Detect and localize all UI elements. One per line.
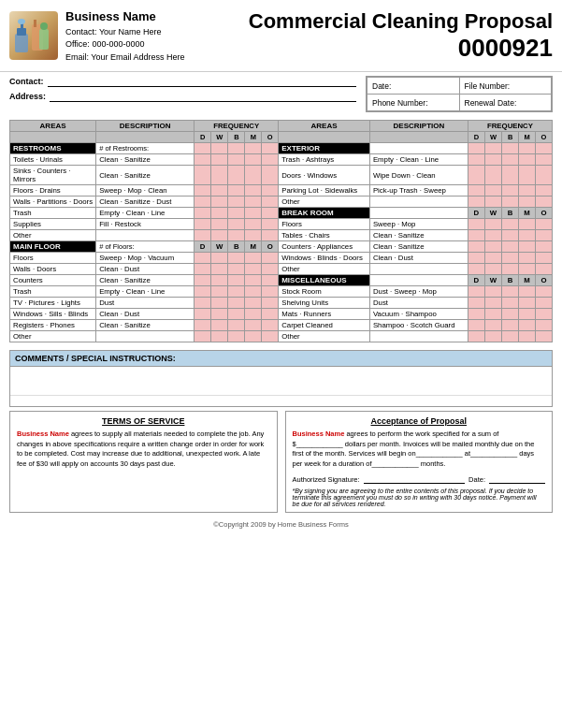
left-desc-spacer [96, 132, 195, 143]
row-right-desc: Dust [369, 298, 468, 309]
freq-w-left: W [211, 132, 228, 143]
footer-text: ©Copyright 2009 by Home Business Forms [213, 520, 348, 529]
row-left-area: Windows · Sills · Blinds [10, 309, 96, 320]
freq-b-right: B [502, 132, 519, 143]
e-d [468, 143, 484, 154]
row-left-area: Toilets · Urinals [10, 154, 96, 166]
row-left-area: Supplies [10, 219, 96, 230]
r-b [228, 143, 245, 154]
areas-header-left: AREAS [10, 121, 96, 132]
row-left-desc [96, 331, 195, 342]
address-label: Address: [9, 92, 46, 101]
e-o [536, 143, 553, 154]
comments-section: COMMENTS / SPECIAL INSTRUCTIONS: [9, 350, 553, 407]
terms-title: TERMS OF SERVICE [17, 416, 270, 426]
row-left-desc: Clean · Sanitize [96, 154, 195, 166]
svg-rect-5 [34, 20, 36, 27]
row-right-desc: Clean · Sanitize [369, 241, 468, 253]
acceptance-body2: dollars per month. Invoices will be mail… [293, 440, 535, 459]
proposal-title-area: Commercial Cleaning Proposal 0000921 [249, 9, 553, 63]
address-field-row: Address: [9, 91, 356, 102]
contact-info: Contact: Your Name Here [65, 26, 185, 39]
e-w [484, 143, 501, 154]
row-left-area: Walls · Doors [10, 264, 96, 275]
row-right-desc: Vacuum · Shampoo [369, 309, 468, 320]
freq-m-left: M [245, 132, 262, 143]
row-left-desc: Clean · Sanitize · Dust [96, 197, 195, 208]
row-left-desc: Sweep · Mop · Clean [96, 185, 195, 197]
description-header-right: DESCRIPTION [369, 121, 468, 132]
row-left-desc [96, 230, 195, 241]
acceptance-title: Acceptance of Proposal [293, 416, 546, 426]
row-left-desc: Clean · Dust [96, 309, 195, 320]
freq-d-right: D [468, 132, 484, 143]
office-label: Office: [65, 39, 90, 49]
footer: ©Copyright 2009 by Home Business Forms [0, 517, 562, 531]
row-right-area: Windows · Blinds · Doors [279, 253, 370, 264]
row-left-area: Registers · Phones [10, 320, 96, 331]
freq-o-left: O [262, 132, 279, 143]
description-header-left: DESCRIPTION [96, 121, 195, 132]
row-right-area: Floors [279, 219, 370, 230]
freq-o-right: O [536, 132, 553, 143]
row-right-area: Parking Lot · Sidewalks [279, 185, 370, 197]
exterior-sub [369, 143, 468, 154]
contact-value: Your Name Here [99, 27, 162, 36]
authorized-label: Authorized Signature: [293, 475, 360, 484]
comments-header: COMMENTS / SPECIAL INSTRUCTIONS: [10, 351, 552, 367]
office-value: 000-000-0000 [92, 39, 144, 49]
contact-right-fields: Date: File Number: Phone Number: Renewal… [366, 76, 553, 112]
phone-label: Phone Number: [367, 95, 460, 111]
row-left-area: Floors · Drains [10, 185, 96, 197]
row-left-desc: Fill · Restock [96, 219, 195, 230]
row-right-desc: Pick-up Trash · Sweep [369, 185, 468, 197]
terms-note: *By signing you are agreeing to the enti… [293, 488, 546, 507]
r-m [245, 143, 262, 154]
row-right-area: Other [279, 264, 370, 275]
row-right-desc [369, 197, 468, 208]
acceptance-highlight: Business Name [293, 430, 345, 438]
row-right-desc: Clean · Sanitize [369, 230, 468, 241]
comments-extra-line [10, 395, 552, 406]
comments-body[interactable] [10, 367, 552, 395]
frequency-header-right: FREQUENCY [468, 121, 552, 132]
svg-rect-0 [15, 34, 28, 52]
office-info: Office: 000-000-0000 [65, 38, 185, 51]
frequency-header-left: FREQUENCY [195, 121, 279, 132]
row-left-desc: Clean · Dust [96, 264, 195, 275]
freq-m-right: M [519, 132, 536, 143]
acceptance-of-proposal: Acceptance of Proposal Business Name agr… [285, 411, 554, 513]
business-name: Business Name [65, 7, 185, 26]
mainfloor-sub: # of Floors: [96, 241, 195, 253]
row-right-desc: Shampoo · Scotch Guard [369, 320, 468, 331]
r-w [211, 143, 228, 154]
row-left-desc: Dust [96, 298, 195, 309]
row-right-desc: Clean · Dust [369, 253, 468, 264]
contact-input-line [48, 76, 357, 87]
svg-point-7 [40, 22, 48, 30]
contact-field-row: Contact: [9, 76, 356, 87]
freq-b-left: B [228, 132, 245, 143]
proposal-number: 0000921 [249, 34, 553, 63]
left-areas-spacer [10, 132, 96, 143]
email-label: Email: [65, 52, 89, 62]
terms-section: TERMS OF SERVICE Business Name agrees to… [9, 411, 553, 513]
row-right-area: Tables · Chairs [279, 230, 370, 241]
row-left-desc: Clean · Sanitize [96, 166, 195, 185]
acceptance-text: Business Name agrees to perform the work… [293, 430, 546, 469]
main-table-wrapper: AREAS DESCRIPTION FREQUENCY AREAS DESCRI… [0, 116, 562, 346]
row-right-desc: Dust · Sweep · Mop [369, 286, 468, 298]
row-left-desc: Clean · Sanitize [96, 275, 195, 286]
row-right-desc [369, 331, 468, 342]
row-left-area: Sinks · Counters · Mirrors [10, 166, 96, 185]
row-right-desc: Sweep · Mop [369, 219, 468, 230]
restrooms-sub: # of Restrooms: [96, 143, 195, 154]
acceptance-body5: months. [419, 459, 446, 468]
services-table: AREAS DESCRIPTION FREQUENCY AREAS DESCRI… [9, 120, 553, 342]
renewal-label: Renewal Date: [459, 95, 552, 111]
row-left-area: Trash [10, 286, 96, 298]
row-right-area: Other [279, 331, 370, 342]
row-left-area: Counters [10, 275, 96, 286]
file-number-label: File Number: [459, 78, 552, 95]
svg-rect-6 [39, 29, 49, 50]
